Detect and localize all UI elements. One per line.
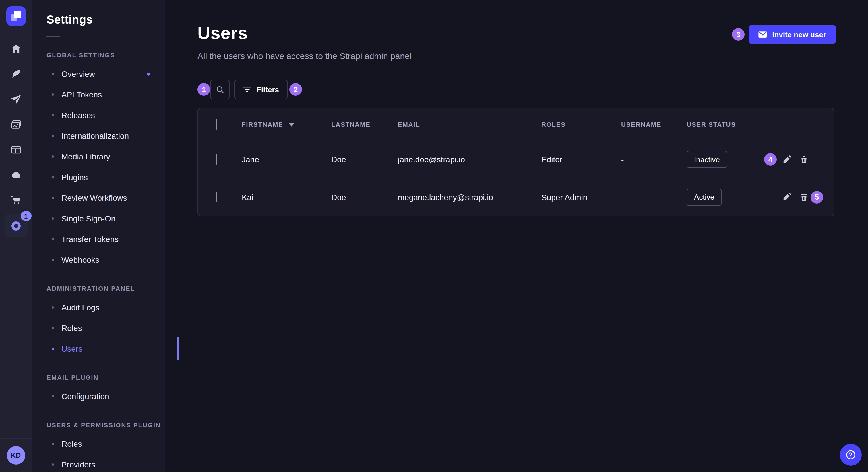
edit-user-button[interactable]	[782, 155, 791, 164]
row-actions	[782, 193, 836, 202]
bullet-icon	[52, 197, 54, 199]
sidebar-item-transfer-tokens[interactable]: Transfer Tokens	[46, 229, 165, 249]
strapi-logo-icon	[6, 6, 26, 26]
help-button[interactable]	[840, 444, 862, 466]
row-checkbox[interactable]	[216, 154, 217, 165]
bullet-icon	[52, 156, 54, 158]
nav-rail: 1 KD	[0, 0, 32, 472]
select-all-checkbox[interactable]	[216, 119, 217, 130]
trash-icon	[800, 155, 808, 164]
bullet-icon	[52, 443, 54, 445]
annotation-1: 1	[197, 83, 210, 96]
shopping-cart-icon	[10, 194, 22, 206]
bullet-icon	[52, 347, 54, 350]
filters-button[interactable]: Filters	[234, 80, 288, 99]
search-icon	[215, 85, 225, 94]
bullet-icon	[52, 135, 54, 137]
trash-icon	[800, 193, 808, 202]
column-header-email[interactable]: EMAIL	[398, 121, 541, 128]
cell-firstname: Kai	[242, 193, 331, 202]
sidebar-item-plugins[interactable]: Plugins	[46, 167, 165, 188]
pencil-icon	[782, 193, 791, 201]
page-subtitle: All the users who have access to the Str…	[197, 51, 411, 61]
table-header-row: FIRSTNAME LASTNAME EMAIL ROLES USERNAME …	[198, 108, 834, 141]
rail-item-content-type-builder[interactable]	[4, 138, 27, 161]
page-header-text: Users All the users who have access to t…	[197, 23, 411, 61]
sidebar-item-admin-roles[interactable]: Roles	[46, 318, 165, 338]
delete-user-button[interactable]	[800, 155, 808, 164]
table-row-jane[interactable]: Jane Doe jane.doe@strapi.io Editor - Ina…	[198, 141, 834, 178]
page-header-actions: 3 Invite new user	[732, 25, 836, 43]
cell-firstname: Jane	[242, 155, 331, 164]
delete-user-button[interactable]	[800, 193, 808, 202]
search-button[interactable]	[210, 80, 229, 99]
rail-bottom: KD	[0, 438, 32, 472]
media-images-icon	[10, 119, 22, 130]
cell-roles: Super Admin	[541, 193, 621, 202]
overview-notification-dot-icon	[147, 72, 150, 75]
cell-lastname: Doe	[331, 193, 398, 202]
column-header-firstname[interactable]: FIRSTNAME	[242, 121, 331, 128]
sidebar-item-up-roles[interactable]: Roles	[46, 434, 165, 454]
settings-sidebar: Settings GLOBAL SETTINGS Overview API To…	[32, 0, 165, 472]
feather-pen-icon	[10, 68, 22, 80]
column-header-lastname[interactable]: LASTNAME	[331, 121, 398, 128]
bullet-icon	[52, 238, 54, 240]
table-row-kai[interactable]: Kai Doe megane.lacheny@strapi.io Super A…	[198, 178, 834, 216]
bullet-icon	[52, 176, 54, 178]
section-global-settings: GLOBAL SETTINGS	[46, 52, 165, 59]
strapi-admin-app: 1 KD Settings GLOBAL SETTINGS Overview A…	[0, 0, 868, 472]
sidebar-item-providers[interactable]: Providers	[46, 454, 165, 472]
section-users-permissions-plugin: USERS & PERMISSIONS PLUGIN	[46, 422, 165, 429]
rail-item-marketplace[interactable]	[4, 189, 27, 212]
users-table: FIRSTNAME LASTNAME EMAIL ROLES USERNAME …	[197, 108, 834, 216]
sidebar-item-configuration[interactable]: Configuration	[46, 386, 165, 407]
rail-item-home[interactable]	[4, 37, 27, 60]
invite-new-user-button[interactable]: Invite new user	[749, 25, 836, 43]
bullet-icon	[52, 306, 54, 308]
section-email-plugin: EMAIL PLUGIN	[46, 374, 165, 381]
rail-item-deploy[interactable]	[4, 164, 27, 187]
sidebar-item-media-library[interactable]: Media Library	[46, 146, 165, 167]
cell-email: megane.lacheny@strapi.io	[398, 193, 541, 202]
question-mark-icon	[845, 449, 857, 461]
rail-nav-icons: 1	[4, 37, 27, 237]
edit-user-button[interactable]	[782, 193, 791, 201]
sidebar-item-releases[interactable]: Releases	[46, 105, 165, 126]
status-badge-active: Active	[687, 189, 722, 206]
filter-lines-icon	[243, 86, 251, 93]
layout-panel-icon	[10, 144, 22, 156]
column-header-username[interactable]: USERNAME	[621, 121, 687, 128]
bullet-icon	[52, 327, 54, 329]
row-checkbox[interactable]	[216, 191, 217, 202]
annotation-5: 5	[811, 191, 823, 203]
sidebar-item-internationalization[interactable]: Internationalization	[46, 126, 165, 146]
strapi-logo-glyph-front	[13, 11, 21, 18]
bullet-icon	[52, 114, 54, 116]
rail-item-media-library[interactable]	[4, 113, 27, 136]
rail-item-content-manager[interactable]	[4, 63, 27, 86]
annotation-4: 4	[764, 153, 777, 166]
annotation-3: 3	[732, 28, 745, 41]
rail-item-releases[interactable]	[4, 88, 27, 111]
active-item-indicator	[177, 337, 179, 360]
column-header-user-status[interactable]: USER STATUS	[687, 121, 782, 128]
sidebar-item-webhooks[interactable]: Webhooks	[46, 249, 165, 270]
cell-username: -	[621, 155, 687, 164]
status-badge-inactive: Inactive	[687, 151, 727, 168]
settings-notification-badge: 1	[20, 211, 31, 221]
bullet-icon	[52, 259, 54, 261]
sidebar-item-review-workflows[interactable]: Review Workflows	[46, 188, 165, 208]
sidebar-item-audit-logs[interactable]: Audit Logs	[46, 297, 165, 318]
sidebar-item-api-tokens[interactable]: API Tokens	[46, 84, 165, 105]
cell-lastname: Doe	[331, 155, 398, 164]
annotation-2: 2	[289, 83, 302, 96]
user-avatar[interactable]: KD	[7, 446, 25, 465]
sidebar-item-overview[interactable]: Overview	[46, 64, 165, 84]
workspace-logo-button[interactable]	[0, 0, 32, 32]
rail-item-settings[interactable]: 1	[4, 214, 27, 237]
column-header-roles[interactable]: ROLES	[541, 121, 621, 128]
pencil-icon	[782, 155, 791, 164]
sidebar-item-single-sign-on[interactable]: Single Sign-On	[46, 208, 165, 229]
sidebar-item-users-active[interactable]: Users	[46, 338, 165, 359]
